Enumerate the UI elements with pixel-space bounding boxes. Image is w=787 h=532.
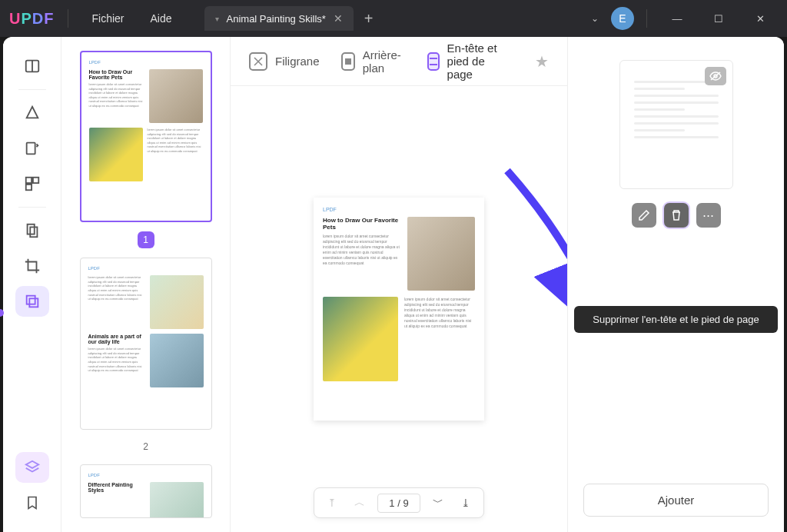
rail-comment-icon[interactable] [15, 98, 49, 128]
page-indicator[interactable]: 1 / 9 [377, 494, 420, 513]
preview-actions: ⋯ [583, 203, 769, 228]
thumb-text: lorem ipsum dolor sit amet consectetur a… [89, 82, 144, 108]
menu-file[interactable]: Fichier [82, 8, 133, 29]
document-tab[interactable]: ▾ Animal Painting Skills* ✕ [204, 6, 354, 31]
visibility-toggle-icon[interactable] [705, 67, 726, 85]
annotation-arrow [492, 163, 567, 332]
rail-crop-icon[interactable] [15, 251, 49, 281]
user-avatar[interactable]: E [611, 7, 634, 30]
tab-title: Animal Painting Skills* [227, 13, 326, 25]
thumbnail-number: 1 [138, 231, 154, 248]
last-page-button[interactable]: ⤓ [456, 493, 476, 513]
thumb-image [149, 69, 203, 123]
doc-paragraph: lorem ipsum dolor sit amet consectetur a… [404, 297, 475, 329]
thumbnail-page-2[interactable]: LPDF lorem ipsum dolor sit amet consecte… [80, 258, 212, 429]
document-viewport[interactable]: LPDF How to Draw Our Favorite Pets lorem… [231, 86, 567, 532]
thumb-title: How to Draw Our Favorite Pets [89, 69, 144, 80]
background-icon [341, 52, 355, 71]
svg-rect-1 [26, 143, 35, 155]
thumb-title: Animals are a part of our daily life [88, 334, 145, 344]
thumb-image [89, 128, 143, 181]
svg-rect-3 [32, 178, 38, 183]
tab-label: Filigrane [275, 55, 320, 68]
thumb-image [150, 334, 204, 387]
window-controls: ⌄ E — ☐ ✕ [585, 6, 778, 31]
star-icon[interactable]: ★ [535, 52, 549, 71]
doc-paragraph: lorem ipsum dolor sit amet consectetur a… [323, 234, 401, 266]
page-navigation: ⤒ ︿ 1 / 9 ﹀ ⤓ [314, 487, 484, 518]
thumb-image [150, 482, 204, 518]
svg-rect-7 [26, 296, 35, 304]
rail-reader-icon[interactable] [15, 51, 49, 81]
header-footer-icon [427, 52, 440, 71]
tab-label: En-tête et pied de page [447, 42, 513, 81]
rail-layers-icon[interactable] [15, 452, 49, 483]
doc-header: LPDF [323, 207, 475, 212]
first-page-button[interactable]: ⤒ [322, 493, 342, 513]
tab-header-footer[interactable]: En-tête et pied de page [427, 42, 513, 81]
divider [68, 9, 68, 28]
tool-tabs: Filigrane Arrière-plan En-tête et pied d… [231, 37, 567, 86]
right-panel: ⋯ Supprimer l'en-tête et le pied de page… [567, 37, 784, 532]
svg-rect-8 [29, 298, 38, 307]
doc-title: How to Draw Our Favorite Pets [323, 217, 401, 231]
close-icon[interactable]: ✕ [334, 12, 343, 25]
minimize-button[interactable]: — [659, 6, 695, 31]
svg-rect-11 [430, 64, 437, 65]
maximize-button[interactable]: ☐ [701, 6, 736, 31]
more-button[interactable]: ⋯ [696, 203, 721, 228]
thumbnail-panel: LPDF How to Draw Our Favorite Pets lorem… [61, 37, 231, 532]
doc-image-dog [407, 217, 475, 291]
tab-watermark[interactable]: Filigrane [249, 52, 320, 71]
rail-indicator [3, 309, 4, 317]
document-page: LPDF How to Draw Our Favorite Pets lorem… [314, 198, 484, 421]
thumbnail-number: 2 [138, 439, 154, 456]
pin-icon: ▾ [215, 15, 219, 23]
watermark-icon [249, 52, 267, 71]
tab-label: Arrière-plan [363, 48, 406, 75]
prev-page-button[interactable]: ︿ [350, 493, 370, 513]
svg-rect-10 [430, 58, 437, 59]
header-footer-preview[interactable] [619, 60, 733, 189]
app-logo: UPDF [9, 10, 54, 28]
close-window-button[interactable]: ✕ [742, 6, 778, 31]
svg-rect-4 [25, 185, 31, 190]
svg-rect-2 [25, 178, 31, 183]
tooltip: Supprimer l'en-tête et le pied de page [574, 306, 778, 333]
edit-button[interactable] [632, 203, 656, 228]
rail-bookmark-icon[interactable] [15, 487, 49, 518]
thumbnail-page-3[interactable]: LPDF Different Painting Styles [80, 464, 212, 518]
thumb-text: lorem ipsum dolor sit amet consectetur a… [148, 128, 203, 154]
divider [646, 9, 647, 28]
next-page-button[interactable]: ﹀ [428, 493, 448, 513]
thumb-header: LPDF [88, 473, 204, 477]
tab-bar: ▾ Animal Painting Skills* ✕ + [204, 6, 577, 31]
left-rail [3, 37, 61, 532]
rail-organize-icon[interactable] [15, 168, 49, 199]
thumb-image [150, 275, 204, 329]
chevron-down-icon[interactable]: ⌄ [585, 10, 605, 27]
thumb-header: LPDF [89, 60, 203, 65]
svg-rect-9 [345, 58, 351, 65]
doc-image-flowers [323, 297, 398, 381]
delete-button[interactable] [664, 203, 689, 228]
rail-edit-icon[interactable] [15, 133, 49, 164]
menu-help[interactable]: Aide [141, 8, 181, 29]
tab-background[interactable]: Arrière-plan [341, 48, 406, 75]
svg-rect-6 [30, 227, 37, 237]
rail-page-tools-icon[interactable] [15, 286, 49, 317]
thumb-header: LPDF [88, 266, 204, 271]
add-tab-button[interactable]: + [364, 10, 374, 28]
titlebar: UPDF Fichier Aide ▾ Animal Painting Skil… [0, 0, 787, 37]
rail-ocr-icon[interactable] [15, 215, 49, 246]
main-area: Filigrane Arrière-plan En-tête et pied d… [231, 37, 567, 532]
thumb-title: Different Painting Styles [88, 482, 145, 493]
thumbnail-page-1[interactable]: LPDF How to Draw Our Favorite Pets lorem… [80, 51, 212, 222]
add-button[interactable]: Ajouter [583, 484, 769, 517]
